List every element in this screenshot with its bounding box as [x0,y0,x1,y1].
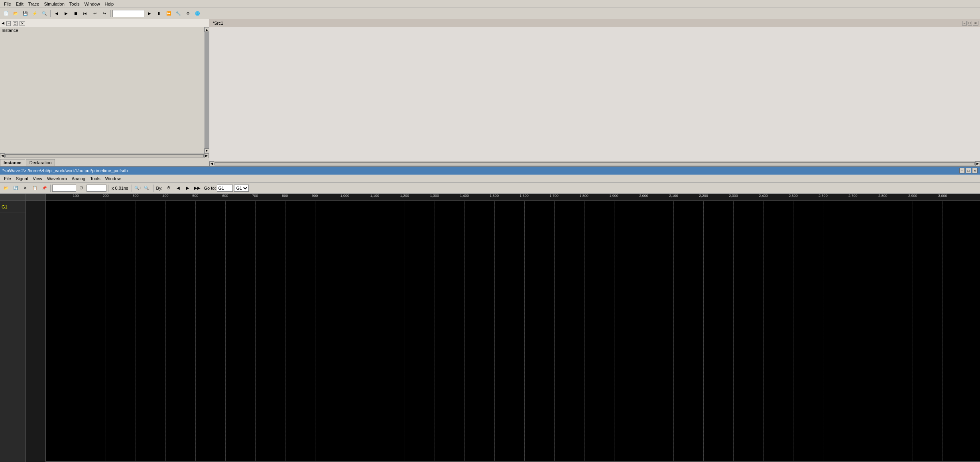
waveform-close-btn[interactable]: ✕ [972,168,978,173]
grid-11 [375,201,375,461]
tick-1700: 1,700 [549,194,559,198]
instance-tab-bar: Instance Declaration [0,158,209,166]
toolbar-btn-8[interactable]: ↪ [100,9,109,18]
waveform-minimize-btn[interactable]: − [959,168,965,173]
tick-1600: 1,600 [520,194,529,198]
toolbar-btn-7[interactable]: ↩ [91,9,99,18]
open-btn[interactable]: 📂 [11,9,20,18]
menu-simulation[interactable]: Simulation [41,1,67,7]
scroll-down-btn[interactable]: ▼ [205,148,209,153]
wf-goto-input[interactable] [217,185,233,192]
grid-21 [673,201,674,461]
source-hscroll-left[interactable]: ◀ [209,161,214,166]
waveform-title-controls: − □ ✕ [959,168,978,173]
wf-zoom-in-btn[interactable]: 🔍+ [134,184,142,193]
grid-12 [405,201,405,461]
toolbar-btn-6[interactable]: ⏭ [81,9,90,18]
toolbar-btn-2[interactable]: 🔍 [40,9,49,18]
source-tab-label[interactable]: *Src1 [211,20,225,26]
grid-26 [823,201,823,461]
signal-item-g1[interactable]: G1 [0,201,26,213]
toolbar-search-input[interactable] [112,10,144,17]
hscroll-left-btn[interactable]: ◀ [0,153,5,158]
menu-window[interactable]: Window [82,1,102,7]
tab-declaration[interactable]: Declaration [26,159,55,166]
source-restore-icon[interactable]: □ [968,21,972,26]
wf-paste-btn[interactable]: 📌 [40,184,49,193]
toolbar-btn-14[interactable]: 🌐 [193,9,202,18]
grid-13 [435,201,435,461]
waveform-restore-btn[interactable]: □ [966,168,971,173]
tick-2200: 2,200 [699,194,708,198]
waveform-menu-tools[interactable]: Tools [88,175,103,182]
close-icon[interactable]: ✕ [20,21,25,26]
toolbar-btn-5[interactable]: ⏹ [71,9,80,18]
grid-3 [136,201,136,461]
tick-1100: 1,100 [370,194,379,198]
menu-edit[interactable]: Edit [14,1,26,7]
waveform-canvas[interactable] [46,201,980,461]
source-hscroll-right[interactable]: ▶ [975,161,980,166]
wf-time-unit-label: x 0.01ns [110,186,130,191]
grid-18 [584,201,584,461]
wf-by-icon[interactable]: ⏱ [164,184,173,193]
toolbar-btn-3[interactable]: ◀ [52,9,61,18]
menu-trace[interactable]: Trace [26,1,42,7]
scroll-up-btn[interactable]: ▲ [205,27,209,32]
wf-copy-btn[interactable]: 📋 [30,184,39,193]
toolbar-btn-12[interactable]: 🔧 [174,9,183,18]
waveform-menu-view[interactable]: View [30,175,45,182]
menu-help[interactable]: Help [102,1,116,7]
waveform-menu-waveform[interactable]: Waveform [45,175,69,182]
menu-file[interactable]: File [2,1,14,7]
hscroll-track[interactable] [5,154,204,157]
waveform-menu-signal[interactable]: Signal [14,175,31,182]
wf-step-btn[interactable]: ⏱ [77,184,86,193]
wf-time-input[interactable] [52,185,76,192]
toolbar-btn-9[interactable]: ▶ [145,9,154,18]
top-section: ◀ − □ ✕ Instance ▲ ▼ ◀ ▶ [0,19,980,167]
instance-arrow-icon: ◀ [2,21,4,25]
tick-2100: 2,100 [669,194,678,198]
wf-sep-3 [132,185,132,192]
save-btn[interactable]: 💾 [21,9,30,18]
restore-icon[interactable]: □ [13,21,17,26]
value-list-header [26,194,45,201]
source-panel: *Src1 − □ ✕ ◀ ▶ [209,19,980,166]
toolbar-btn-4[interactable]: ▶ [62,9,71,18]
value-list [26,194,46,462]
tick-900: 900 [312,194,318,198]
instance-vscrollbar[interactable]: ▲ ▼ [204,27,209,153]
wf-goto-dropdown[interactable]: G1 [234,185,249,192]
toolbar-btn-10[interactable]: ⏸ [155,9,163,18]
wf-play-btn[interactable]: ▶▶ [193,184,202,193]
toolbar-btn-11[interactable]: ⏩ [164,9,173,18]
minus-icon[interactable]: − [6,21,11,26]
wf-value-input[interactable] [87,185,106,192]
waveform-menu-file[interactable]: File [2,175,14,182]
toolbar-btn-1[interactable]: ⚡ [30,9,39,18]
hscroll-right-btn[interactable]: ▶ [204,153,209,158]
instance-label: Instance [0,27,204,33]
waveform-menu-window[interactable]: Window [103,175,123,182]
wf-refresh-btn[interactable]: 🔄 [11,184,20,193]
tick-1300: 1,300 [430,194,439,198]
wf-btn-1[interactable]: ✕ [21,184,30,193]
wf-prev-btn[interactable]: ◀ [174,184,183,193]
grid-27 [853,201,853,461]
menu-tools[interactable]: Tools [67,1,82,7]
waveform-toolbar: 📂 🔄 ✕ 📋 📌 ⏱ x 0.01ns 🔍+ 🔍− By: ⏱ ◀ ▶ ▶▶ … [0,183,980,194]
source-content [209,27,980,161]
toolbar-btn-13[interactable]: ⚙ [183,9,192,18]
instance-hscrollbar[interactable]: ◀ ▶ [0,153,209,158]
tab-instance[interactable]: Instance [0,159,25,166]
scroll-thumb[interactable] [205,32,209,148]
source-minimize-icon[interactable]: − [962,21,966,26]
source-close-icon[interactable]: ✕ [973,21,978,26]
new-btn[interactable]: 📄 [2,9,10,18]
wf-open-btn[interactable]: 📂 [2,184,10,193]
waveform-menu-analog[interactable]: Analog [69,175,88,182]
wf-next-btn[interactable]: ▶ [183,184,192,193]
grid-6 [225,201,226,461]
wf-zoom-out-btn[interactable]: 🔍− [143,184,152,193]
